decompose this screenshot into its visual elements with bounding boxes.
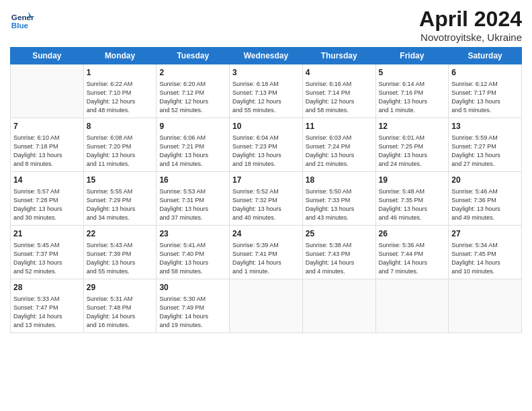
day-number: 9 [159, 121, 226, 132]
calendar-cell: 13Sunrise: 5:59 AM Sunset: 7:27 PM Dayli… [449, 118, 522, 172]
cell-info: Sunrise: 6:14 AM Sunset: 7:16 PM Dayligh… [379, 80, 446, 115]
day-number: 24 [232, 228, 300, 240]
week-row-0: 1Sunrise: 6:22 AM Sunset: 7:10 PM Daylig… [11, 64, 522, 118]
calendar-cell [230, 279, 303, 333]
cell-info: Sunrise: 6:08 AM Sunset: 7:20 PM Dayligh… [87, 134, 154, 169]
weekday-header-thursday: Thursday [302, 48, 375, 64]
calendar-cell: 18Sunrise: 5:50 AM Sunset: 7:33 PM Dayli… [302, 172, 375, 226]
cell-info: Sunrise: 5:57 AM Sunset: 7:28 PM Dayligh… [13, 187, 81, 222]
calendar-cell: 27Sunrise: 5:34 AM Sunset: 7:45 PM Dayli… [449, 226, 522, 279]
calendar-cell: 29Sunrise: 5:31 AM Sunset: 7:48 PM Dayli… [83, 279, 157, 333]
weekday-header-tuesday: Tuesday [157, 48, 230, 64]
calendar-cell [302, 279, 375, 333]
cell-info: Sunrise: 5:55 AM Sunset: 7:29 PM Dayligh… [87, 187, 154, 222]
calendar-cell: 3Sunrise: 6:18 AM Sunset: 7:13 PM Daylig… [230, 64, 303, 118]
calendar-cell: 25Sunrise: 5:38 AM Sunset: 7:43 PM Dayli… [302, 226, 375, 279]
calendar-cell: 16Sunrise: 5:53 AM Sunset: 7:31 PM Dayli… [157, 172, 230, 226]
cell-info: Sunrise: 6:12 AM Sunset: 7:17 PM Dayligh… [451, 80, 519, 115]
cell-info: Sunrise: 6:20 AM Sunset: 7:12 PM Dayligh… [159, 80, 226, 115]
day-number: 29 [87, 282, 154, 293]
calendar-cell: 22Sunrise: 5:43 AM Sunset: 7:39 PM Dayli… [83, 226, 157, 279]
cell-info: Sunrise: 5:46 AM Sunset: 7:36 PM Dayligh… [451, 187, 519, 222]
day-number: 15 [87, 175, 154, 186]
cell-info: Sunrise: 6:03 AM Sunset: 7:24 PM Dayligh… [306, 134, 373, 169]
cell-info: Sunrise: 5:39 AM Sunset: 7:41 PM Dayligh… [232, 241, 300, 276]
calendar-cell: 11Sunrise: 6:03 AM Sunset: 7:24 PM Dayli… [302, 118, 375, 172]
week-row-4: 28Sunrise: 5:33 AM Sunset: 7:47 PM Dayli… [11, 279, 522, 333]
day-number: 30 [159, 282, 226, 293]
day-number: 7 [13, 121, 81, 132]
day-number: 6 [451, 67, 519, 79]
calendar-cell: 6Sunrise: 6:12 AM Sunset: 7:17 PM Daylig… [449, 64, 522, 118]
cell-info: Sunrise: 6:01 AM Sunset: 7:25 PM Dayligh… [379, 134, 446, 169]
cell-info: Sunrise: 5:53 AM Sunset: 7:31 PM Dayligh… [159, 187, 226, 222]
cell-info: Sunrise: 5:43 AM Sunset: 7:39 PM Dayligh… [87, 241, 154, 276]
cell-info: Sunrise: 5:45 AM Sunset: 7:37 PM Dayligh… [13, 241, 81, 276]
page: General Blue April 2024 Novotroyitske, U… [0, 0, 532, 340]
day-number: 3 [232, 67, 300, 79]
cell-info: Sunrise: 5:33 AM Sunset: 7:47 PM Dayligh… [13, 295, 81, 330]
weekday-header-sunday: Sunday [11, 48, 84, 64]
calendar-cell [449, 279, 522, 333]
calendar-cell: 19Sunrise: 5:48 AM Sunset: 7:35 PM Dayli… [375, 172, 449, 226]
weekday-header-saturday: Saturday [449, 48, 522, 64]
cell-info: Sunrise: 6:10 AM Sunset: 7:18 PM Dayligh… [13, 134, 81, 169]
cell-info: Sunrise: 5:41 AM Sunset: 7:40 PM Dayligh… [159, 241, 226, 276]
calendar-cell: 4Sunrise: 6:16 AM Sunset: 7:14 PM Daylig… [302, 64, 375, 118]
weekday-header-friday: Friday [375, 48, 449, 64]
calendar-cell: 28Sunrise: 5:33 AM Sunset: 7:47 PM Dayli… [11, 279, 84, 333]
calendar-cell: 7Sunrise: 6:10 AM Sunset: 7:18 PM Daylig… [11, 118, 84, 172]
day-number: 14 [13, 175, 81, 186]
weekday-header-monday: Monday [83, 48, 157, 64]
day-number: 23 [159, 228, 226, 240]
day-number: 25 [306, 228, 373, 240]
weekday-header-row: SundayMondayTuesdayWednesdayThursdayFrid… [11, 48, 522, 64]
day-number: 2 [159, 67, 226, 79]
calendar-cell [375, 279, 449, 333]
day-number: 4 [306, 67, 373, 79]
cell-info: Sunrise: 5:30 AM Sunset: 7:49 PM Dayligh… [159, 295, 226, 330]
day-number: 16 [159, 175, 226, 186]
cell-info: Sunrise: 5:31 AM Sunset: 7:48 PM Dayligh… [87, 295, 154, 330]
calendar-cell: 12Sunrise: 6:01 AM Sunset: 7:25 PM Dayli… [375, 118, 449, 172]
cell-info: Sunrise: 5:50 AM Sunset: 7:33 PM Dayligh… [306, 187, 373, 222]
calendar-cell: 8Sunrise: 6:08 AM Sunset: 7:20 PM Daylig… [83, 118, 157, 172]
calendar-cell: 2Sunrise: 6:20 AM Sunset: 7:12 PM Daylig… [157, 64, 230, 118]
day-number: 11 [306, 121, 373, 132]
day-number: 5 [379, 67, 446, 79]
calendar-table: SundayMondayTuesdayWednesdayThursdayFrid… [10, 47, 522, 333]
day-number: 10 [232, 121, 300, 132]
calendar-cell: 17Sunrise: 5:52 AM Sunset: 7:32 PM Dayli… [230, 172, 303, 226]
cell-info: Sunrise: 5:36 AM Sunset: 7:44 PM Dayligh… [379, 241, 446, 276]
calendar-cell: 1Sunrise: 6:22 AM Sunset: 7:10 PM Daylig… [83, 64, 157, 118]
calendar-cell: 21Sunrise: 5:45 AM Sunset: 7:37 PM Dayli… [11, 226, 84, 279]
calendar-cell: 23Sunrise: 5:41 AM Sunset: 7:40 PM Dayli… [157, 226, 230, 279]
logo: General Blue [10, 7, 37, 31]
week-row-3: 21Sunrise: 5:45 AM Sunset: 7:37 PM Dayli… [11, 226, 522, 279]
calendar-cell: 10Sunrise: 6:04 AM Sunset: 7:23 PM Dayli… [230, 118, 303, 172]
day-number: 13 [451, 121, 519, 132]
svg-text:Blue: Blue [11, 21, 29, 30]
cell-info: Sunrise: 5:59 AM Sunset: 7:27 PM Dayligh… [451, 134, 519, 169]
subtitle: Novotroyitske, Ukraine [419, 32, 522, 43]
day-number: 1 [87, 67, 154, 79]
day-number: 20 [451, 175, 519, 186]
day-number: 28 [13, 282, 81, 293]
calendar-cell: 14Sunrise: 5:57 AM Sunset: 7:28 PM Dayli… [11, 172, 84, 226]
cell-info: Sunrise: 5:34 AM Sunset: 7:45 PM Dayligh… [451, 241, 519, 276]
weekday-header-wednesday: Wednesday [230, 48, 303, 64]
calendar-cell: 20Sunrise: 5:46 AM Sunset: 7:36 PM Dayli… [449, 172, 522, 226]
calendar-cell: 5Sunrise: 6:14 AM Sunset: 7:16 PM Daylig… [375, 64, 449, 118]
week-row-1: 7Sunrise: 6:10 AM Sunset: 7:18 PM Daylig… [11, 118, 522, 172]
week-row-2: 14Sunrise: 5:57 AM Sunset: 7:28 PM Dayli… [11, 172, 522, 226]
cell-info: Sunrise: 5:38 AM Sunset: 7:43 PM Dayligh… [306, 241, 373, 276]
calendar-cell: 24Sunrise: 5:39 AM Sunset: 7:41 PM Dayli… [230, 226, 303, 279]
calendar-cell: 15Sunrise: 5:55 AM Sunset: 7:29 PM Dayli… [83, 172, 157, 226]
day-number: 17 [232, 175, 300, 186]
calendar-cell: 30Sunrise: 5:30 AM Sunset: 7:49 PM Dayli… [157, 279, 230, 333]
day-number: 12 [379, 121, 446, 132]
main-title: April 2024 [419, 7, 522, 32]
calendar-cell: 26Sunrise: 5:36 AM Sunset: 7:44 PM Dayli… [375, 226, 449, 279]
day-number: 18 [306, 175, 373, 186]
day-number: 27 [451, 228, 519, 240]
